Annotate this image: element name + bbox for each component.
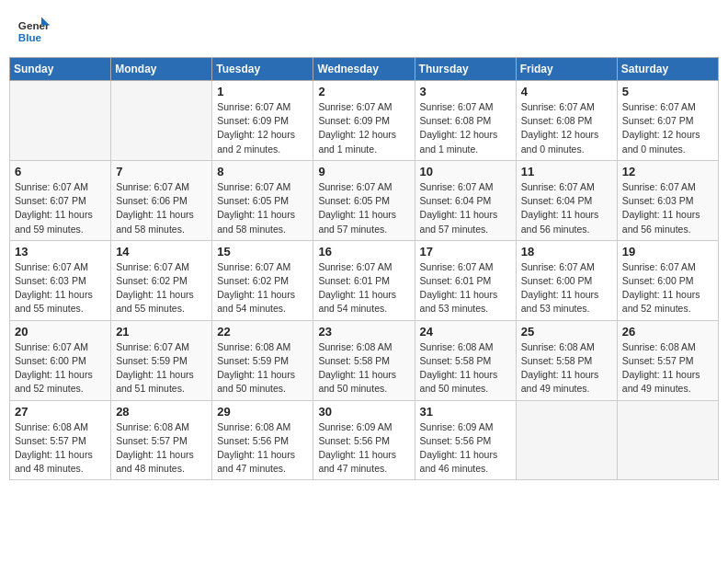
calendar-week-row: 6Sunrise: 6:07 AMSunset: 6:07 PMDaylight…: [10, 160, 719, 240]
cell-info: Sunrise: 6:07 AMSunset: 6:09 PMDaylight:…: [318, 100, 409, 156]
page-header: General Blue: [9, 9, 719, 50]
calendar-cell: 27Sunrise: 6:08 AMSunset: 5:57 PMDayligh…: [10, 400, 111, 480]
day-number: 4: [521, 85, 612, 98]
calendar-cell: 25Sunrise: 6:08 AMSunset: 5:58 PMDayligh…: [516, 320, 617, 400]
cell-info: Sunrise: 6:07 AMSunset: 6:08 PMDaylight:…: [521, 100, 612, 156]
calendar-cell: 20Sunrise: 6:07 AMSunset: 6:00 PMDayligh…: [10, 320, 111, 400]
calendar-cell: 8Sunrise: 6:07 AMSunset: 6:05 PMDaylight…: [212, 160, 313, 240]
day-number: 17: [420, 245, 511, 259]
calendar-cell: 12Sunrise: 6:07 AMSunset: 6:03 PMDayligh…: [617, 160, 718, 240]
calendar-cell: 7Sunrise: 6:07 AMSunset: 6:06 PMDaylight…: [111, 160, 212, 240]
calendar-cell: 15Sunrise: 6:07 AMSunset: 6:02 PMDayligh…: [212, 240, 313, 320]
cell-info: Sunrise: 6:08 AMSunset: 5:56 PMDaylight:…: [217, 420, 308, 477]
day-number: 20: [15, 325, 106, 339]
calendar-header-row: SundayMondayTuesdayWednesdayThursdayFrid…: [10, 58, 719, 81]
day-number: 18: [521, 245, 612, 259]
day-number: 14: [116, 245, 207, 259]
cell-info: Sunrise: 6:09 AMSunset: 5:56 PMDaylight:…: [420, 420, 511, 477]
day-number: 12: [622, 165, 713, 178]
calendar-week-row: 27Sunrise: 6:08 AMSunset: 5:57 PMDayligh…: [10, 400, 719, 480]
cell-info: Sunrise: 6:07 AMSunset: 6:00 PMDaylight:…: [521, 260, 612, 316]
cell-info: Sunrise: 6:08 AMSunset: 5:58 PMDaylight:…: [420, 340, 511, 396]
cell-info: Sunrise: 6:07 AMSunset: 6:00 PMDaylight:…: [622, 260, 713, 316]
cell-info: Sunrise: 6:08 AMSunset: 5:57 PMDaylight:…: [622, 340, 713, 396]
calendar-cell: 18Sunrise: 6:07 AMSunset: 6:00 PMDayligh…: [516, 240, 617, 320]
cell-info: Sunrise: 6:08 AMSunset: 5:57 PMDaylight:…: [116, 420, 207, 477]
calendar-cell: 29Sunrise: 6:08 AMSunset: 5:56 PMDayligh…: [212, 400, 313, 480]
weekday-header: Thursday: [415, 58, 516, 81]
calendar-cell: 24Sunrise: 6:08 AMSunset: 5:58 PMDayligh…: [415, 320, 516, 400]
cell-info: Sunrise: 6:07 AMSunset: 6:00 PMDaylight:…: [15, 340, 106, 396]
cell-info: Sunrise: 6:08 AMSunset: 5:58 PMDaylight:…: [318, 340, 409, 396]
cell-info: Sunrise: 6:07 AMSunset: 6:03 PMDaylight:…: [622, 180, 713, 236]
logo: General Blue: [17, 13, 50, 46]
weekday-header: Sunday: [10, 58, 111, 81]
day-number: 15: [217, 245, 308, 259]
calendar-cell: 10Sunrise: 6:07 AMSunset: 6:04 PMDayligh…: [415, 160, 516, 240]
calendar-week-row: 1Sunrise: 6:07 AMSunset: 6:09 PMDaylight…: [10, 81, 719, 161]
calendar-cell: 31Sunrise: 6:09 AMSunset: 5:56 PMDayligh…: [415, 400, 516, 480]
calendar-cell: 16Sunrise: 6:07 AMSunset: 6:01 PMDayligh…: [313, 240, 415, 320]
logo-icon: General Blue: [17, 13, 50, 46]
calendar-cell: [617, 400, 718, 480]
calendar-cell: 30Sunrise: 6:09 AMSunset: 5:56 PMDayligh…: [313, 400, 415, 480]
calendar-week-row: 20Sunrise: 6:07 AMSunset: 6:00 PMDayligh…: [10, 320, 719, 400]
day-number: 2: [318, 85, 409, 98]
day-number: 26: [622, 325, 713, 339]
calendar-table: SundayMondayTuesdayWednesdayThursdayFrid…: [9, 57, 719, 480]
weekday-header: Friday: [516, 58, 617, 81]
cell-info: Sunrise: 6:08 AMSunset: 5:58 PMDaylight:…: [521, 340, 612, 396]
day-number: 25: [521, 325, 612, 339]
day-number: 19: [622, 245, 713, 259]
calendar-cell: 5Sunrise: 6:07 AMSunset: 6:07 PMDaylight…: [617, 81, 718, 161]
day-number: 1: [217, 85, 308, 98]
calendar-week-row: 13Sunrise: 6:07 AMSunset: 6:03 PMDayligh…: [10, 240, 719, 320]
calendar-cell: 9Sunrise: 6:07 AMSunset: 6:05 PMDaylight…: [313, 160, 415, 240]
weekday-header: Wednesday: [313, 58, 415, 81]
cell-info: Sunrise: 6:07 AMSunset: 6:05 PMDaylight:…: [217, 180, 308, 236]
day-number: 7: [116, 165, 207, 178]
calendar-cell: 4Sunrise: 6:07 AMSunset: 6:08 PMDaylight…: [516, 81, 617, 161]
cell-info: Sunrise: 6:07 AMSunset: 6:09 PMDaylight:…: [217, 100, 308, 156]
day-number: 3: [420, 85, 511, 98]
day-number: 27: [15, 405, 106, 419]
cell-info: Sunrise: 6:07 AMSunset: 6:08 PMDaylight:…: [420, 100, 511, 156]
svg-text:Blue: Blue: [18, 31, 42, 43]
calendar-cell: 14Sunrise: 6:07 AMSunset: 6:02 PMDayligh…: [111, 240, 212, 320]
cell-info: Sunrise: 6:07 AMSunset: 6:07 PMDaylight:…: [15, 180, 106, 236]
day-number: 5: [622, 85, 713, 98]
cell-info: Sunrise: 6:08 AMSunset: 5:59 PMDaylight:…: [217, 340, 308, 396]
calendar-cell: 23Sunrise: 6:08 AMSunset: 5:58 PMDayligh…: [313, 320, 415, 400]
cell-info: Sunrise: 6:07 AMSunset: 6:01 PMDaylight:…: [420, 260, 511, 316]
calendar-cell: 6Sunrise: 6:07 AMSunset: 6:07 PMDaylight…: [10, 160, 111, 240]
cell-info: Sunrise: 6:07 AMSunset: 6:02 PMDaylight:…: [217, 260, 308, 316]
cell-info: Sunrise: 6:07 AMSunset: 6:04 PMDaylight:…: [420, 180, 511, 236]
calendar-cell: 19Sunrise: 6:07 AMSunset: 6:00 PMDayligh…: [617, 240, 718, 320]
calendar-cell: 13Sunrise: 6:07 AMSunset: 6:03 PMDayligh…: [10, 240, 111, 320]
day-number: 8: [217, 165, 308, 178]
day-number: 31: [420, 405, 511, 419]
day-number: 29: [217, 405, 308, 419]
day-number: 28: [116, 405, 207, 419]
cell-info: Sunrise: 6:07 AMSunset: 6:06 PMDaylight:…: [116, 180, 207, 236]
day-number: 24: [420, 325, 511, 339]
day-number: 21: [116, 325, 207, 339]
day-number: 11: [521, 165, 612, 178]
calendar-cell: 26Sunrise: 6:08 AMSunset: 5:57 PMDayligh…: [617, 320, 718, 400]
calendar-cell: 2Sunrise: 6:07 AMSunset: 6:09 PMDaylight…: [313, 81, 415, 161]
calendar-cell: 17Sunrise: 6:07 AMSunset: 6:01 PMDayligh…: [415, 240, 516, 320]
day-number: 13: [15, 245, 106, 259]
day-number: 10: [420, 165, 511, 178]
cell-info: Sunrise: 6:07 AMSunset: 6:07 PMDaylight:…: [622, 100, 713, 156]
day-number: 22: [217, 325, 308, 339]
day-number: 30: [318, 405, 409, 419]
calendar-cell: [111, 81, 212, 161]
calendar-cell: [516, 400, 617, 480]
weekday-header: Tuesday: [212, 58, 313, 81]
day-number: 16: [318, 245, 409, 259]
calendar-cell: 3Sunrise: 6:07 AMSunset: 6:08 PMDaylight…: [415, 81, 516, 161]
weekday-header: Monday: [111, 58, 212, 81]
cell-info: Sunrise: 6:07 AMSunset: 6:03 PMDaylight:…: [15, 260, 106, 316]
cell-info: Sunrise: 6:07 AMSunset: 6:02 PMDaylight:…: [116, 260, 207, 316]
cell-info: Sunrise: 6:08 AMSunset: 5:57 PMDaylight:…: [15, 420, 106, 477]
